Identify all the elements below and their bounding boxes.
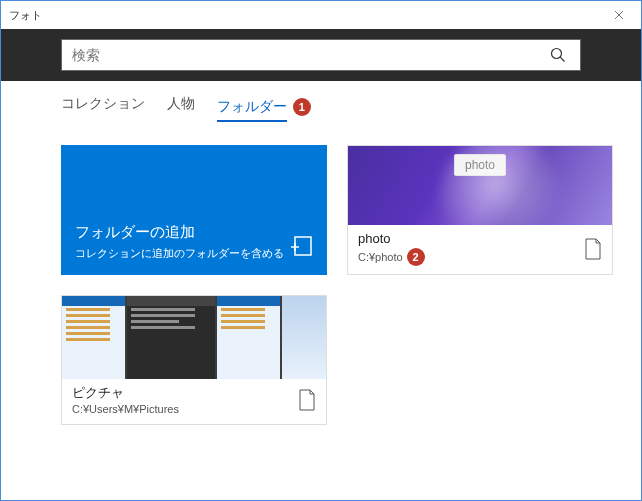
add-folder-subtitle: コレクションに追加のフォルダーを含める (75, 246, 313, 261)
search-input[interactable] (62, 40, 536, 70)
folder-tile-title: ピクチャ (72, 385, 179, 402)
folder-tile-path: C:¥photo 2 (358, 248, 425, 266)
folder-tile-title: photo (358, 231, 425, 248)
search-band (1, 29, 641, 81)
window-close-button[interactable] (597, 1, 641, 29)
grid-row: ピクチャ C:¥Users¥M¥Pictures (61, 295, 615, 425)
add-folder-icon (289, 233, 313, 261)
tab-strip: コレクション 人物 フォルダー 1 (1, 81, 641, 127)
photos-app-window: フォト コレクション 人物 フォルダー 1 フォルダーの追加 コレクションに追加… (0, 0, 642, 501)
folder-thumb-overlay-label: photo (454, 154, 506, 176)
folder-tile-thumb (62, 296, 326, 379)
titlebar: フォト (1, 1, 641, 29)
folder-tile-photo[interactable]: photo photo C:¥photo 2 (347, 145, 613, 275)
tab-collection[interactable]: コレクション (61, 95, 145, 119)
add-folder-tile[interactable]: フォルダーの追加 コレクションに追加のフォルダーを含める (61, 145, 327, 275)
svg-line-1 (560, 57, 564, 61)
tab-folders[interactable]: フォルダー (217, 98, 287, 122)
search-icon (550, 47, 566, 63)
folder-grid: フォルダーの追加 コレクションに追加のフォルダーを含める photo photo… (1, 127, 641, 425)
folder-tile-pictures[interactable]: ピクチャ C:¥Users¥M¥Pictures (61, 295, 327, 425)
svg-point-0 (552, 49, 562, 59)
document-icon (298, 389, 316, 411)
folder-tile-meta: ピクチャ C:¥Users¥M¥Pictures (62, 379, 326, 424)
folder-tile-thumb: photo (348, 146, 612, 225)
folder-tile-path: C:¥Users¥M¥Pictures (72, 402, 179, 416)
search-box[interactable] (61, 39, 581, 71)
grid-row: フォルダーの追加 コレクションに追加のフォルダーを含める photo photo… (61, 145, 615, 275)
add-folder-title: フォルダーの追加 (75, 223, 313, 242)
annotation-badge-1: 1 (293, 98, 311, 116)
annotation-badge-2: 2 (407, 248, 425, 266)
svg-rect-2 (295, 237, 311, 255)
close-icon (614, 10, 624, 20)
document-icon (584, 238, 602, 260)
tab-people[interactable]: 人物 (167, 95, 195, 119)
search-button[interactable] (536, 40, 580, 70)
window-title: フォト (9, 8, 42, 23)
